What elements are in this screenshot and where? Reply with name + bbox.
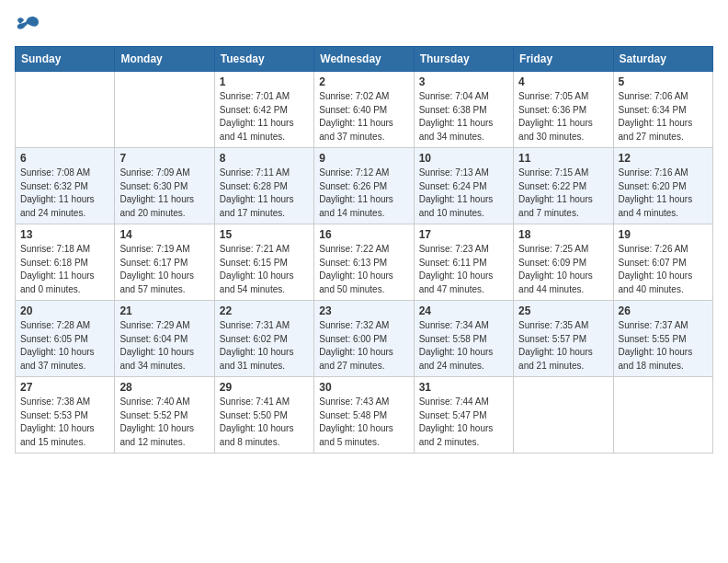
weekday-header: Friday: [514, 47, 613, 72]
day-info: Sunrise: 7:13 AMSunset: 6:24 PMDaylight:…: [419, 167, 508, 220]
day-number: 28: [119, 381, 209, 394]
calendar-cell: 12Sunrise: 7:16 AMSunset: 6:20 PMDayligh…: [613, 148, 712, 224]
day-number: 18: [518, 228, 608, 241]
day-info: Sunrise: 7:16 AMSunset: 6:20 PMDaylight:…: [619, 167, 708, 220]
calendar-cell: 31Sunrise: 7:44 AMSunset: 5:47 PMDayligh…: [414, 377, 513, 454]
day-number: 31: [419, 381, 508, 394]
calendar-cell: 14Sunrise: 7:19 AMSunset: 6:17 PMDayligh…: [115, 224, 214, 301]
day-number: 22: [220, 304, 309, 317]
calendar-cell: 27Sunrise: 7:38 AMSunset: 5:53 PMDayligh…: [16, 377, 115, 454]
calendar-week-row: 13Sunrise: 7:18 AMSunset: 6:18 PMDayligh…: [16, 224, 713, 301]
day-info: Sunrise: 7:01 AMSunset: 6:42 PMDaylight:…: [220, 90, 309, 144]
day-info: Sunrise: 7:02 AMSunset: 6:40 PMDaylight:…: [319, 90, 408, 144]
day-info: Sunrise: 7:37 AMSunset: 5:55 PMDaylight:…: [619, 319, 708, 373]
day-info: Sunrise: 7:21 AMSunset: 6:15 PMDaylight:…: [220, 243, 309, 296]
weekday-header: Tuesday: [214, 47, 313, 72]
day-info: Sunrise: 7:06 AMSunset: 6:34 PMDaylight:…: [619, 90, 708, 144]
day-info: Sunrise: 7:43 AMSunset: 5:48 PMDaylight:…: [319, 396, 408, 449]
day-number: 13: [20, 228, 109, 241]
day-number: 3: [419, 75, 508, 88]
day-number: 5: [619, 75, 708, 88]
day-number: 30: [319, 381, 408, 394]
day-number: 6: [20, 152, 109, 165]
calendar-cell: [16, 72, 115, 148]
day-info: Sunrise: 7:12 AMSunset: 6:26 PMDaylight:…: [319, 167, 408, 220]
weekday-header: Sunday: [16, 47, 115, 72]
calendar-cell: 9Sunrise: 7:12 AMSunset: 6:26 PMDaylight…: [314, 148, 414, 224]
calendar-cell: 7Sunrise: 7:09 AMSunset: 6:30 PMDaylight…: [115, 148, 214, 224]
calendar-week-row: 27Sunrise: 7:38 AMSunset: 5:53 PMDayligh…: [16, 377, 713, 454]
day-number: 15: [220, 228, 309, 241]
day-number: 20: [20, 304, 109, 317]
day-info: Sunrise: 7:29 AMSunset: 6:04 PMDaylight:…: [119, 319, 209, 373]
calendar-cell: 18Sunrise: 7:25 AMSunset: 6:09 PMDayligh…: [514, 224, 613, 301]
calendar-cell: 29Sunrise: 7:41 AMSunset: 5:50 PMDayligh…: [214, 377, 313, 454]
day-info: Sunrise: 7:32 AMSunset: 6:00 PMDaylight:…: [319, 319, 408, 373]
calendar-cell: [115, 72, 214, 148]
calendar-cell: 2Sunrise: 7:02 AMSunset: 6:40 PMDaylight…: [314, 72, 414, 148]
calendar-week-row: 1Sunrise: 7:01 AMSunset: 6:42 PMDaylight…: [16, 72, 713, 148]
calendar-cell: 21Sunrise: 7:29 AMSunset: 6:04 PMDayligh…: [115, 301, 214, 377]
calendar-cell: 26Sunrise: 7:37 AMSunset: 5:55 PMDayligh…: [613, 301, 712, 377]
calendar-cell: 24Sunrise: 7:34 AMSunset: 5:58 PMDayligh…: [414, 301, 513, 377]
weekday-header: Wednesday: [314, 47, 414, 72]
calendar-cell: 28Sunrise: 7:40 AMSunset: 5:52 PMDayligh…: [115, 377, 214, 454]
calendar-week-row: 6Sunrise: 7:08 AMSunset: 6:32 PMDaylight…: [16, 148, 713, 224]
day-number: 8: [220, 152, 309, 165]
day-number: 23: [319, 304, 408, 317]
weekday-header: Monday: [115, 47, 214, 72]
day-info: Sunrise: 7:18 AMSunset: 6:18 PMDaylight:…: [20, 243, 109, 296]
day-number: 24: [419, 304, 508, 317]
day-info: Sunrise: 7:35 AMSunset: 5:57 PMDaylight:…: [518, 319, 608, 373]
day-info: Sunrise: 7:28 AMSunset: 6:05 PMDaylight:…: [20, 319, 109, 373]
day-info: Sunrise: 7:38 AMSunset: 5:53 PMDaylight:…: [20, 396, 109, 449]
day-number: 9: [319, 152, 408, 165]
day-number: 12: [619, 152, 708, 165]
day-info: Sunrise: 7:23 AMSunset: 6:11 PMDaylight:…: [419, 243, 508, 296]
calendar-cell: 4Sunrise: 7:05 AMSunset: 6:36 PMDaylight…: [514, 72, 613, 148]
day-info: Sunrise: 7:31 AMSunset: 6:02 PMDaylight:…: [220, 319, 309, 373]
weekday-header: Saturday: [613, 47, 712, 72]
day-info: Sunrise: 7:05 AMSunset: 6:36 PMDaylight:…: [518, 90, 608, 144]
day-number: 29: [220, 381, 309, 394]
day-info: Sunrise: 7:11 AMSunset: 6:28 PMDaylight:…: [220, 167, 309, 220]
weekday-header: Thursday: [414, 47, 513, 72]
calendar-header-row: SundayMondayTuesdayWednesdayThursdayFrid…: [16, 47, 713, 72]
day-number: 26: [619, 304, 708, 317]
calendar-cell: 16Sunrise: 7:22 AMSunset: 6:13 PMDayligh…: [314, 224, 414, 301]
day-info: Sunrise: 7:44 AMSunset: 5:47 PMDaylight:…: [419, 396, 508, 449]
calendar-cell: 10Sunrise: 7:13 AMSunset: 6:24 PMDayligh…: [414, 148, 513, 224]
page-header: [15, 15, 713, 35]
day-number: 2: [319, 75, 408, 88]
calendar-cell: 25Sunrise: 7:35 AMSunset: 5:57 PMDayligh…: [514, 301, 613, 377]
day-number: 16: [319, 228, 408, 241]
day-number: 11: [518, 152, 608, 165]
day-info: Sunrise: 7:34 AMSunset: 5:58 PMDaylight:…: [419, 319, 508, 373]
calendar-cell: [514, 377, 613, 454]
day-number: 4: [518, 75, 608, 88]
calendar-cell: 20Sunrise: 7:28 AMSunset: 6:05 PMDayligh…: [16, 301, 115, 377]
day-number: 17: [419, 228, 508, 241]
calendar-cell: 23Sunrise: 7:32 AMSunset: 6:00 PMDayligh…: [314, 301, 414, 377]
calendar-cell: 6Sunrise: 7:08 AMSunset: 6:32 PMDaylight…: [16, 148, 115, 224]
logo: [15, 15, 44, 35]
calendar-cell: 1Sunrise: 7:01 AMSunset: 6:42 PMDaylight…: [214, 72, 313, 148]
day-number: 1: [220, 75, 309, 88]
day-number: 19: [619, 228, 708, 241]
day-info: Sunrise: 7:19 AMSunset: 6:17 PMDaylight:…: [119, 243, 209, 296]
day-info: Sunrise: 7:15 AMSunset: 6:22 PMDaylight:…: [518, 167, 608, 220]
day-number: 25: [518, 304, 608, 317]
day-info: Sunrise: 7:09 AMSunset: 6:30 PMDaylight:…: [119, 167, 209, 220]
day-info: Sunrise: 7:26 AMSunset: 6:07 PMDaylight:…: [619, 243, 708, 296]
day-info: Sunrise: 7:22 AMSunset: 6:13 PMDaylight:…: [319, 243, 408, 296]
calendar-cell: 19Sunrise: 7:26 AMSunset: 6:07 PMDayligh…: [613, 224, 712, 301]
day-info: Sunrise: 7:40 AMSunset: 5:52 PMDaylight:…: [119, 396, 209, 449]
calendar-table: SundayMondayTuesdayWednesdayThursdayFrid…: [15, 46, 713, 454]
day-number: 10: [419, 152, 508, 165]
logo-bird-icon: [15, 15, 40, 35]
day-number: 21: [119, 304, 209, 317]
day-info: Sunrise: 7:25 AMSunset: 6:09 PMDaylight:…: [518, 243, 608, 296]
calendar-week-row: 20Sunrise: 7:28 AMSunset: 6:05 PMDayligh…: [16, 301, 713, 377]
calendar-cell: 30Sunrise: 7:43 AMSunset: 5:48 PMDayligh…: [314, 377, 414, 454]
day-info: Sunrise: 7:04 AMSunset: 6:38 PMDaylight:…: [419, 90, 508, 144]
